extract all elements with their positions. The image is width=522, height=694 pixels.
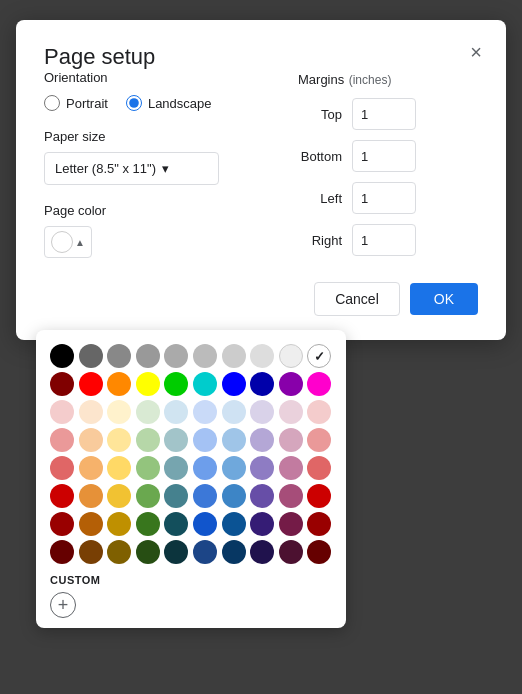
color-dot[interactable]: [279, 540, 303, 564]
color-dot[interactable]: [50, 540, 74, 564]
color-dot[interactable]: [107, 456, 131, 480]
color-dot[interactable]: [250, 344, 274, 368]
color-dot[interactable]: [136, 456, 160, 480]
color-chevron-icon: ▲: [75, 237, 85, 248]
color-dot[interactable]: [136, 400, 160, 424]
color-dot[interactable]: [250, 400, 274, 424]
color-dot[interactable]: [222, 428, 246, 452]
color-dot[interactable]: [79, 344, 103, 368]
color-dot[interactable]: [50, 372, 74, 396]
color-dot[interactable]: [193, 456, 217, 480]
color-dot[interactable]: [136, 484, 160, 508]
margin-bottom-row: Bottom: [298, 140, 478, 172]
color-dot[interactable]: [279, 484, 303, 508]
color-dot[interactable]: [107, 540, 131, 564]
color-dot[interactable]: [222, 372, 246, 396]
right-column: Margins (inches) Top Bottom Left Right: [298, 70, 478, 258]
color-dot[interactable]: [307, 344, 331, 368]
landscape-label: Landscape: [148, 96, 212, 111]
color-dot[interactable]: [164, 456, 188, 480]
color-dot[interactable]: [307, 372, 331, 396]
color-dot[interactable]: [107, 400, 131, 424]
color-dot[interactable]: [307, 540, 331, 564]
color-dot[interactable]: [136, 372, 160, 396]
color-dot[interactable]: [107, 484, 131, 508]
orientation-label: Orientation: [44, 70, 278, 85]
color-dot[interactable]: [79, 400, 103, 424]
landscape-option[interactable]: Landscape: [126, 95, 212, 111]
color-dot[interactable]: [79, 512, 103, 536]
color-dot[interactable]: [279, 372, 303, 396]
color-dot[interactable]: [222, 540, 246, 564]
margin-bottom-input[interactable]: [352, 140, 416, 172]
color-dot[interactable]: [164, 400, 188, 424]
color-dot[interactable]: [50, 428, 74, 452]
color-dot[interactable]: [50, 484, 74, 508]
color-dot[interactable]: [50, 400, 74, 424]
color-dot[interactable]: [136, 540, 160, 564]
margin-right-input[interactable]: [352, 224, 416, 256]
color-dot[interactable]: [107, 512, 131, 536]
color-dot[interactable]: [136, 428, 160, 452]
color-dot[interactable]: [193, 372, 217, 396]
color-dot[interactable]: [279, 456, 303, 480]
color-dot[interactable]: [222, 512, 246, 536]
color-dot[interactable]: [79, 428, 103, 452]
color-dot[interactable]: [107, 428, 131, 452]
left-column: Orientation Portrait Landscape Paper siz…: [44, 70, 278, 258]
color-dot[interactable]: [193, 344, 217, 368]
landscape-radio[interactable]: [126, 95, 142, 111]
color-dot[interactable]: [79, 540, 103, 564]
page-color-button[interactable]: ▲: [44, 226, 92, 258]
color-dot[interactable]: [250, 540, 274, 564]
close-button[interactable]: ×: [466, 38, 486, 66]
color-dot[interactable]: [222, 484, 246, 508]
cancel-button[interactable]: Cancel: [314, 282, 400, 316]
color-dot[interactable]: [193, 484, 217, 508]
ok-button[interactable]: OK: [410, 283, 478, 315]
color-dot[interactable]: [307, 484, 331, 508]
color-dot[interactable]: [307, 400, 331, 424]
color-dot[interactable]: [164, 428, 188, 452]
color-dot[interactable]: [250, 456, 274, 480]
color-dot[interactable]: [164, 484, 188, 508]
margin-left-input[interactable]: [352, 182, 416, 214]
color-dot[interactable]: [164, 344, 188, 368]
color-dot[interactable]: [222, 456, 246, 480]
color-dot[interactable]: [50, 344, 74, 368]
portrait-option[interactable]: Portrait: [44, 95, 108, 111]
margin-top-input[interactable]: [352, 98, 416, 130]
color-dot[interactable]: [307, 456, 331, 480]
color-dot[interactable]: [193, 512, 217, 536]
color-dot[interactable]: [193, 428, 217, 452]
color-dot[interactable]: [250, 428, 274, 452]
color-dot[interactable]: [250, 372, 274, 396]
color-dot[interactable]: [279, 344, 303, 368]
color-dot[interactable]: [164, 540, 188, 564]
custom-add-button[interactable]: +: [50, 592, 76, 618]
color-dot[interactable]: [164, 512, 188, 536]
color-dot[interactable]: [136, 512, 160, 536]
color-dot[interactable]: [164, 372, 188, 396]
color-dot[interactable]: [50, 512, 74, 536]
color-dot[interactable]: [79, 372, 103, 396]
color-dot[interactable]: [307, 428, 331, 452]
color-dot[interactable]: [79, 484, 103, 508]
color-dot[interactable]: [222, 400, 246, 424]
portrait-radio[interactable]: [44, 95, 60, 111]
color-dot[interactable]: [50, 456, 74, 480]
color-dot[interactable]: [193, 400, 217, 424]
color-dot[interactable]: [107, 372, 131, 396]
color-dot[interactable]: [79, 456, 103, 480]
color-dot[interactable]: [222, 344, 246, 368]
color-dot[interactable]: [307, 512, 331, 536]
paper-size-select[interactable]: Letter (8.5" x 11") ▾: [44, 152, 219, 185]
color-dot[interactable]: [279, 428, 303, 452]
color-dot[interactable]: [193, 540, 217, 564]
color-dot[interactable]: [250, 512, 274, 536]
color-dot[interactable]: [279, 400, 303, 424]
color-dot[interactable]: [279, 512, 303, 536]
color-dot[interactable]: [136, 344, 160, 368]
color-dot[interactable]: [250, 484, 274, 508]
color-dot[interactable]: [107, 344, 131, 368]
